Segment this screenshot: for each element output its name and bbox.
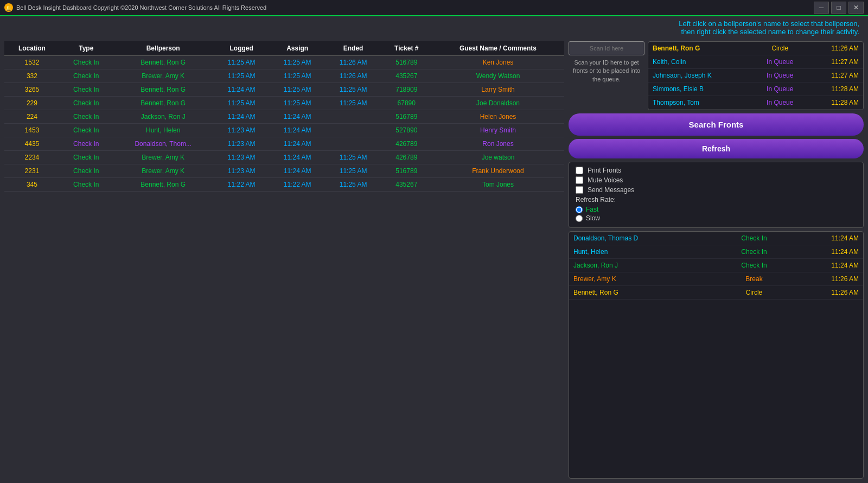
cell-assign: 11:25 AM: [270, 83, 326, 97]
close-button[interactable]: ✕: [848, 2, 864, 14]
status-bottom-row[interactable]: Brewer, Amy K Break 11:26 AM: [569, 272, 863, 286]
cell-type: Check In: [60, 124, 113, 137]
col-header-logged: Logged: [214, 41, 270, 56]
cell-location: 332: [4, 69, 60, 83]
cell-bellperson: Bennett, Ron G: [113, 178, 214, 192]
table-row[interactable]: 2234 Check In Brewer, Amy K 11:23 AM 11:…: [4, 151, 564, 164]
status-bottom-row[interactable]: Jackson, Ron J Check In 11:24 AM: [569, 259, 863, 272]
cell-ticket: 516789: [381, 56, 432, 69]
status-bottom-table: Donaldson, Thomas D Check In 11:24 AM Hu…: [569, 232, 863, 300]
cell-location: 229: [4, 97, 60, 110]
main-area: Location Type Bellperson Logged Assign E…: [0, 37, 868, 483]
cell-assign: 11:25 AM: [270, 56, 326, 69]
cell-guest: Frank Underwood: [432, 164, 564, 178]
sb-time: 11:26 AM: [789, 286, 863, 300]
cell-assign: 11:24 AM: [270, 110, 326, 124]
fast-radio[interactable]: [576, 206, 583, 213]
cell-guest: Helen Jones: [432, 110, 564, 124]
cell-location: 1453: [4, 124, 60, 137]
queue-name: Simmons, Elsie B: [648, 82, 752, 96]
cell-ticket: 435267: [381, 69, 432, 83]
sb-name: Hunt, Helen: [569, 245, 719, 259]
queue-name: Bennett, Ron G: [648, 42, 752, 55]
title-bar-controls: ─ □ ✕: [814, 2, 864, 14]
mute-voices-option: Mute Voices: [576, 176, 857, 184]
cell-ticket: 718909: [381, 83, 432, 97]
buttons-area: Search Fronts Refresh: [569, 113, 864, 158]
cell-ended: 11:26 AM: [326, 69, 381, 83]
table-row[interactable]: 4435 Check In Donaldson, Thom... 11:23 A…: [4, 137, 564, 151]
scan-panel: Scan your ID here to get fronts or to be…: [569, 41, 644, 110]
table-row[interactable]: 1532 Check In Bennett, Ron G 11:25 AM 11…: [4, 56, 564, 69]
queue-name: Johnsaon, Joseph K: [648, 69, 752, 82]
cell-guest: Joe Donaldson: [432, 97, 564, 110]
top-hint: Left click on a bellperson's name to sel…: [0, 16, 868, 37]
cell-location: 2231: [4, 164, 60, 178]
queue-time: 11:28 AM: [807, 96, 863, 110]
cell-guest: Wendy Watson: [432, 69, 564, 83]
cell-ended: [326, 110, 381, 124]
cell-type: Check In: [60, 97, 113, 110]
cell-bellperson: Hunt, Helen: [113, 124, 214, 137]
queue-top-row[interactable]: Thompson, Tom In Queue 11:28 AM: [648, 96, 863, 110]
sb-time: 11:24 AM: [789, 259, 863, 272]
sb-status: Break: [719, 272, 789, 286]
cell-location: 224: [4, 110, 60, 124]
cell-ended: 11:25 AM: [326, 178, 381, 192]
queue-name: Thompson, Tom: [648, 96, 752, 110]
table-row[interactable]: 224 Check In Jackson, Ron J 11:24 AM 11:…: [4, 110, 564, 124]
cell-ended: [326, 124, 381, 137]
cell-type: Check In: [60, 69, 113, 83]
maximize-button[interactable]: □: [831, 2, 846, 14]
print-fronts-label: Print Fronts: [588, 167, 621, 174]
minimize-button[interactable]: ─: [814, 2, 829, 14]
print-fronts-checkbox[interactable]: [576, 167, 583, 174]
refresh-button[interactable]: Refresh: [569, 139, 864, 158]
scan-input[interactable]: [569, 41, 644, 55]
col-header-guest: Guest Name / Comments: [432, 41, 564, 56]
col-header-ended: Ended: [326, 41, 381, 56]
send-messages-checkbox[interactable]: [576, 186, 583, 194]
queue-status: In Queue: [752, 69, 807, 82]
cell-bellperson: Brewer, Amy K: [113, 164, 214, 178]
cell-guest: Ron Jones: [432, 137, 564, 151]
sb-name: Bennett, Ron G: [569, 286, 719, 300]
cell-logged: 11:23 AM: [214, 151, 270, 164]
table-row[interactable]: 332 Check In Brewer, Amy K 11:25 AM 11:2…: [4, 69, 564, 83]
slow-radio[interactable]: [576, 215, 583, 222]
sb-time: 11:24 AM: [789, 245, 863, 259]
cell-bellperson: Brewer, Amy K: [113, 69, 214, 83]
queue-top-row[interactable]: Bennett, Ron G Circle 11:26 AM: [648, 42, 863, 55]
queue-top-row[interactable]: Simmons, Elsie B In Queue 11:28 AM: [648, 82, 863, 96]
cell-type: Check In: [60, 151, 113, 164]
table-row[interactable]: 1453 Check In Hunt, Helen 11:23 AM 11:24…: [4, 124, 564, 137]
mute-voices-checkbox[interactable]: [576, 176, 583, 184]
queue-top-row[interactable]: Johnsaon, Joseph K In Queue 11:27 AM: [648, 69, 863, 82]
status-bottom-row[interactable]: Donaldson, Thomas D Check In 11:24 AM: [569, 232, 863, 245]
queue-name: Keith, Colin: [648, 55, 752, 69]
cell-ticket: 527890: [381, 124, 432, 137]
table-row[interactable]: 345 Check In Bennett, Ron G 11:22 AM 11:…: [4, 178, 564, 192]
slow-label: Slow: [586, 214, 600, 222]
table-row[interactable]: 3265 Check In Bennett, Ron G 11:24 AM 11…: [4, 83, 564, 97]
search-fronts-button[interactable]: Search Fronts: [569, 113, 864, 136]
cell-type: Check In: [60, 164, 113, 178]
cell-ended: 11:26 AM: [326, 56, 381, 69]
col-header-bellperson: Bellperson: [113, 41, 214, 56]
status-bottom-row[interactable]: Hunt, Helen Check In 11:24 AM: [569, 245, 863, 259]
status-bottom-row[interactable]: Bennett, Ron G Circle 11:26 AM: [569, 286, 863, 300]
col-header-ticket: Ticket #: [381, 41, 432, 56]
cell-bellperson: Jackson, Ron J: [113, 110, 214, 124]
table-row[interactable]: 229 Check In Bennett, Ron G 11:25 AM 11:…: [4, 97, 564, 110]
queue-top-row[interactable]: Keith, Colin In Queue 11:27 AM: [648, 55, 863, 69]
queue-status: Circle: [752, 42, 807, 55]
col-header-location: Location: [4, 41, 60, 56]
queue-top-panel: Bennett, Ron G Circle 11:26 AM Keith, Co…: [648, 41, 864, 110]
scan-description: Scan your ID here to get fronts or to be…: [569, 59, 644, 84]
table-row[interactable]: 2231 Check In Brewer, Amy K 11:23 AM 11:…: [4, 164, 564, 178]
title-bar: 🔔 Bell Desk Insight Dashboard Copyright …: [0, 0, 868, 16]
cell-logged: 11:24 AM: [214, 83, 270, 97]
col-header-type: Type: [60, 41, 113, 56]
print-fronts-option: Print Fronts: [576, 167, 857, 174]
cell-ended: 11:25 AM: [326, 97, 381, 110]
